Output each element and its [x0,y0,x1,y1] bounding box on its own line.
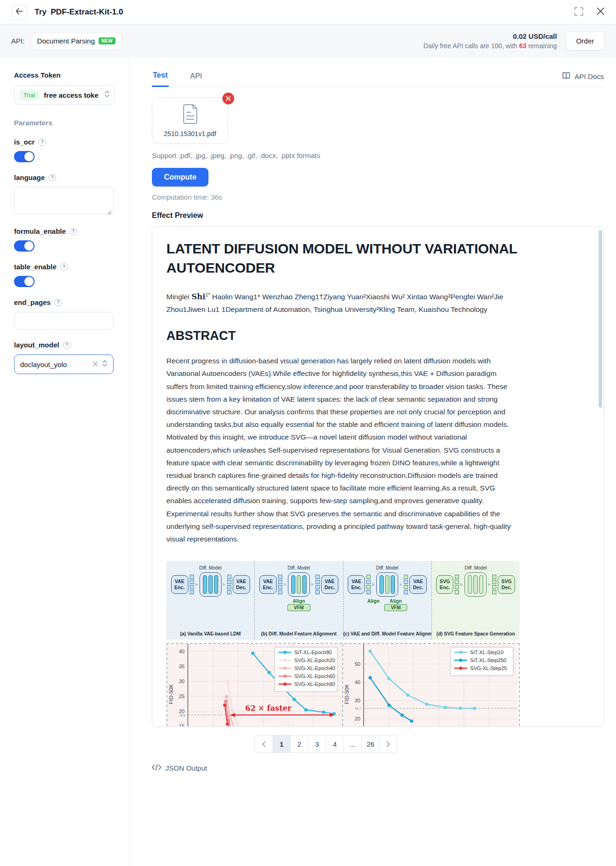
vae-dec-box: VAE Dec. [409,575,427,594]
clear-icon[interactable] [93,360,98,368]
svg-text:30: 30 [179,678,185,684]
uploaded-file-card[interactable]: 2510.15301v1.pdf [152,97,228,144]
latent-tokens [455,575,459,594]
latent-tokens [278,575,282,594]
close-button[interactable] [596,7,605,17]
uploaded-filename: 2510.15301v1.pdf [164,130,216,137]
order-button[interactable]: Order [566,31,605,51]
fullscreen-button[interactable] [574,7,583,17]
tab-test[interactable]: Test [152,68,169,87]
compute-button[interactable]: Compute [152,168,208,187]
svg-enc-box: SVG Enc. [436,575,453,594]
figure-panel-d: SVG Enc. Diff. Model SVG Dec. [431,561,520,640]
figure-panel-c: VAE Enc. Diff. Model VAE Dec. [343,561,431,640]
figure-panel-a: VAE Enc. Diff. Model VAE Dec. [166,561,254,640]
page-button-1[interactable]: 1 [272,736,290,752]
tab-api[interactable]: API [189,69,203,87]
parameters-sidebar: Access Token Trial free access toke Para… [0,57,129,866]
api-docs-label: API Docs [574,72,604,80]
tabs-row: Test API API Docs [152,68,604,87]
api-docs-link[interactable]: API Docs [562,72,604,87]
is-ocr-toggle[interactable] [14,151,35,162]
svg-dec-box: SVG Dec. [498,575,515,594]
quota-line: Daily free API calls are 100, with 63 re… [423,42,557,50]
quota-info: 0.02 USD/call Daily free API calls are 1… [423,32,557,50]
svg-text:40: 40 [355,679,360,685]
parameters-label: Parameters [14,119,115,127]
pagination: 1 2 3 4 ... 26 [254,735,397,753]
language-textarea[interactable] [14,187,114,214]
back-button[interactable] [11,4,27,20]
svg-text:62 × faster: 62 × faster [245,704,292,713]
figure-caption-d: (d) SVG Feature Space Generation [432,631,520,636]
formula-enable-toggle[interactable] [14,240,35,252]
access-token-select[interactable]: Trial free access toke [14,85,115,105]
parsed-paper: LATENT DIFFUSION MODEL WITHOUT VARIATION… [152,227,522,726]
figure-caption-b: (b) Diff. Model Feature Alignment [255,631,343,636]
next-page-button[interactable] [379,736,397,752]
quota-remaining: 63 [519,42,527,50]
remove-file-button[interactable] [222,93,234,104]
diff-model-box: Diff. Model [465,572,487,597]
price-per-call: 0.02 USD/call [423,32,557,40]
vfm-box: VFM [384,604,407,611]
help-icon[interactable]: ? [60,263,68,271]
svg-text:FID-50K: FID-50K [344,684,350,704]
param-layout-model: layout_model ? doclayout_yolo [14,341,115,374]
abstract-heading: ABSTRACT [166,329,522,343]
param-label: is_ocr [14,138,35,146]
layout-model-select[interactable]: doclayout_yolo [14,354,114,374]
api-bar: API: Document Parsing NEW 0.02 USD/call … [0,24,616,57]
prev-page-button[interactable] [255,736,272,752]
window-title-name: PDF-Extract-Kit-1.0 [51,7,123,17]
quota-prefix: Daily free API calls are 100, with [423,42,519,50]
api-selector[interactable]: Document Parsing NEW [31,32,122,50]
help-icon[interactable]: ? [49,174,56,181]
figure-diagram-row: VAE Enc. Diff. Model VAE Dec. [166,561,520,640]
help-icon[interactable]: ? [54,299,62,306]
x-icon [226,94,231,103]
page-button-4[interactable]: 4 [326,736,344,752]
help-icon[interactable]: ? [70,228,77,235]
code-icon [152,764,161,772]
svg-text:SVG-XL-Step25: SVG-XL-Step25 [470,665,507,671]
diff-model-box: Diff. Model [288,572,310,597]
help-icon[interactable]: ? [63,341,71,349]
svg-text:40: 40 [179,649,185,654]
align-label: Align [390,598,402,604]
fid-epochs-chart-wrap: 403530252015FID-50K18.862 × fasterSiT-XL… [167,644,342,726]
effect-preview-panel: LATENT DIFFUSION MODEL WITHOUT VARIATION… [152,226,604,727]
page-ellipsis[interactable]: ... [344,736,361,752]
end-pages-input[interactable] [14,312,114,330]
svg-text:18.8: 18.8 [179,714,185,717]
param-end-pages: end_pages ? [14,298,115,330]
layout-model-value: doclayout_yolo [20,361,89,368]
json-output-toggle[interactable]: JSON Output [152,764,604,772]
help-icon[interactable]: ? [38,138,46,146]
access-token-value: free access toke [44,91,100,99]
arrow-icon [372,583,375,586]
window-title: Try PDF-Extract-Kit-1.0 [35,7,123,17]
toggle-knob [24,277,34,286]
supported-formats-text: Support .pdf, .jpg, .jpeg, .png, .gif, .… [152,152,604,159]
svg-text:SVG-XL-Epoch80: SVG-XL-Epoch80 [294,681,335,687]
figure-caption-c: (c) VAE and Diff. Model Feature Alignmen… [344,631,431,636]
svg-text:FID-50K: FID-50K [168,684,174,704]
page-button-2[interactable]: 2 [290,736,308,752]
preview-scrollbar[interactable] [599,230,602,408]
quota-suffix: remaining [526,42,557,50]
svg-text:30: 30 [355,698,360,703]
diff-model-box: Diff. Model [200,572,222,597]
arrow-icon [223,583,226,586]
arrow-icon [460,583,463,586]
api-selected-value: Document Parsing [37,37,94,45]
page-button-3[interactable]: 3 [308,736,326,752]
latent-tokens [366,575,371,594]
latent-tokens [227,575,231,594]
svg-text:SiT-XL-Step250: SiT-XL-Step250 [470,657,507,663]
diff-model-label: Diff. Model [465,565,487,570]
table-enable-toggle[interactable] [14,276,35,287]
param-formula-enable: formula_enable ? [14,227,115,252]
param-label: table_enable [14,263,57,271]
page-button-26[interactable]: 26 [361,736,379,752]
